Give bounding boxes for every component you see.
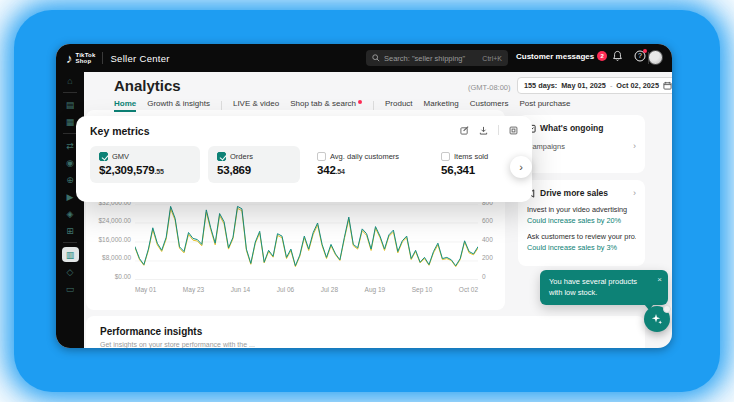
orders-icon: ▤ [66,100,75,110]
tiktok-shop-logo[interactable]: TikTok Shop [76,52,96,65]
suggestion-title: Invest in your video advertising [527,205,636,214]
new-feature-dot [358,100,362,104]
toast-message: You have several products with low stock… [549,277,659,298]
calendar-icon [663,81,672,90]
date-range-prefix: 155 days: [524,81,557,90]
drive-more-sales-header[interactable]: Drive more sales › [527,188,636,198]
tab-shop-tab-search-label: Shop tab & search [290,99,356,108]
products-icon: ▦ [66,117,75,127]
suggestion-title: Ask customers to review your pro... [527,232,636,241]
tab-shop-tab-search[interactable]: Shop tab & search [290,99,362,112]
drive-more-sales-title: Drive more sales [540,188,629,198]
notifications-bell-icon[interactable] [612,50,623,62]
performance-insights-card: Performance insights Get insights on you… [86,316,645,348]
x-axis-labels: May 01May 23Jun 14Jul 06Jul 28Aug 19Sep … [135,286,478,293]
chevron-right-icon: › [633,141,636,151]
toast-close-icon[interactable]: × [657,275,662,284]
chevron-right-icon: › [633,188,636,198]
help-notification-dot [643,49,647,53]
fab-badge-dot [663,305,671,313]
live-video-icon: ▶ [67,192,74,202]
suggestion-video-advertising[interactable]: Invest in your video advertising Could i… [527,205,636,225]
campaigns-label: Campaigns [527,142,633,151]
tab-marketing[interactable]: Marketing [424,99,459,112]
seller-center-window: ♪ TikTok Shop Seller Center Search: "sel… [56,44,672,348]
promotions-icon: ◈ [67,209,74,219]
date-range-end: Oct 02, 2025 [616,81,659,90]
sidebar-item-promotions[interactable]: ◈ [56,205,84,222]
download-icon[interactable] [479,126,488,135]
avatar[interactable] [648,50,663,65]
assistant-fab-button[interactable] [644,306,670,332]
apps-icon: ⊞ [66,226,74,236]
metric-tile-gmv[interactable]: GMV $2,309,579.55 [90,146,200,183]
whats-ongoing-title: What's ongoing [540,123,636,133]
gmv-checkbox[interactable] [99,152,108,161]
tab-live-video[interactable]: LIVE & video [233,99,279,112]
customer-messages-button[interactable]: Customer messages 2 [516,51,607,61]
orders-label: Orders [230,152,253,161]
sidebar-item-apps[interactable]: ⊞ [56,222,84,239]
sidebar-item-ideas[interactable]: ◇ [56,263,84,280]
key-metrics-toolbar [460,125,518,135]
growth-icon: ⊕ [66,175,74,185]
top-bar: ♪ TikTok Shop Seller Center Search: "sel… [56,44,672,72]
orders-value: 53,869 [217,164,291,176]
key-metrics-tiles: GMV $2,309,579.55 Orders 53,869 Avg. dai… [90,146,520,183]
suggestion-benefit: Could increase sales by 20% [527,216,636,225]
product-name: Seller Center [110,53,169,64]
tab-divider [373,101,374,110]
tab-post-purchase[interactable]: Post purchase [519,99,570,112]
items-sold-value: 56,341 [441,164,511,176]
gmv-orders-line-chart[interactable] [135,204,478,280]
search-shortcut: Ctrl+K [482,55,502,62]
items-sold-checkbox[interactable] [441,152,450,161]
edit-icon[interactable] [460,126,469,135]
sidebar-item-orders[interactable]: ▤ [56,96,84,113]
logo-line2: Shop [76,58,92,64]
topbar-divider [102,52,103,64]
drive-more-sales-card: Drive more sales › Invest in your video … [518,180,645,266]
expand-icon[interactable] [509,126,518,135]
tab-product[interactable]: Product [385,99,413,112]
metrics-next-button[interactable]: › [510,156,532,178]
finance-icon: ▭ [66,284,75,294]
home-icon: ⌂ [67,76,72,86]
metric-tile-items-sold[interactable]: Items sold 56,341 [432,146,520,183]
sidebar-item-home[interactable]: ⌂ [56,72,84,89]
tab-customers[interactable]: Customers [470,99,509,112]
orders-checkbox[interactable] [217,152,226,161]
key-metrics-card: Key metrics GMV $2,309,579.55 Orders 53,… [76,116,532,202]
sidebar-divider [63,133,77,134]
analytics-icon: ▥ [62,247,79,262]
gmv-label: GMV [112,152,129,161]
search-input[interactable]: Search: "seller shipping" Ctrl+K [366,50,508,66]
suggestion-customer-reviews[interactable]: Ask customers to review your pro... Coul… [527,232,636,252]
date-range-picker[interactable]: 155 days: May 01, 2025 - Oct 02, 2025 [517,77,672,94]
campaigns-row[interactable]: Campaigns › [527,141,636,151]
sidebar-item-analytics[interactable]: ▥ [56,246,84,263]
search-icon [372,54,380,62]
avg-daily-customers-checkbox[interactable] [317,152,326,161]
metric-tile-orders[interactable]: Orders 53,869 [208,146,300,183]
messages-badge: 2 [597,51,607,61]
date-range-start: May 01, 2025 [561,81,606,90]
items-sold-label: Items sold [454,152,488,161]
help-icon[interactable]: ? [634,50,646,62]
y-axis-left-labels: $32,000.00$24,000.00$16,000.00$8,000.00$… [86,200,131,280]
avg-daily-customers-label: Avg. daily customers [330,152,399,161]
performance-insights-subtitle: Get insights on your store performance w… [100,341,631,348]
sparkle-icon [651,313,663,325]
sidebar-divider [63,242,77,243]
avg-daily-customers-value: 342.54 [317,164,415,176]
performance-insights-title: Performance insights [100,326,631,337]
metric-tile-avg-daily-customers[interactable]: Avg. daily customers 342.54 [308,146,424,183]
customer-messages-label: Customer messages [516,52,594,61]
left-nav-sidebar: ⌂ ▤ ▦ ⇄ ◉ ⊕ ▶ ◈ ⊞ ▥ ◇ ▭ [56,72,84,348]
whats-ongoing-card: What's ongoing Campaigns › [518,115,645,173]
gmv-value: $2,309,579.55 [99,164,191,176]
tab-growth-insights[interactable]: Growth & insights [147,99,210,112]
tab-home[interactable]: Home [114,99,136,112]
sidebar-divider [63,92,77,93]
sidebar-item-finance[interactable]: ▭ [56,280,84,297]
